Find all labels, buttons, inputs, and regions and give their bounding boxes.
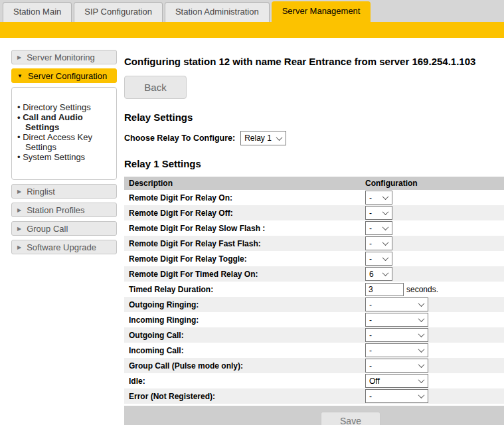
relay1-settings-heading: Relay 1 Settings <box>124 158 504 169</box>
sidebar-item-label: Software Upgrade <box>27 242 96 252</box>
choose-relay-select[interactable]: Relay 1 <box>240 131 286 145</box>
chevron-down-icon <box>418 346 425 353</box>
sidebar-item-station-profiles[interactable]: ▶ Station Profiles <box>11 203 117 217</box>
chevron-down-icon: ▼ <box>17 73 23 79</box>
sidebar: ▶ Server Monitoring ▼ Server Configurati… <box>11 50 117 425</box>
table-row: Error (Not Registered): - <box>124 388 504 404</box>
chevron-down-icon <box>418 331 425 337</box>
remote-digit-slow-flash-select[interactable]: - <box>365 221 392 235</box>
remote-digit-relay-on-select[interactable]: - <box>365 191 392 205</box>
duration-suffix-label: seconds. <box>406 285 438 294</box>
main-content: Configuring station 12 with name Rear En… <box>124 47 504 425</box>
submenu-item-direct-access-key-settings[interactable]: • Direct Access Key Settings <box>17 132 114 152</box>
tab-station-administration[interactable]: Station Administration <box>165 2 270 22</box>
table-header-row: Description Configuration <box>124 177 504 190</box>
relay-config-table: Description Configuration Remote Digit F… <box>124 177 504 425</box>
incoming-call-select[interactable]: - <box>365 343 428 357</box>
timed-relay-duration-input[interactable] <box>365 283 404 296</box>
table-row: Incoming Ringing: - <box>124 312 504 327</box>
table-row: Timed Relay Duration: seconds. <box>124 282 504 297</box>
chevron-down-icon <box>382 254 389 261</box>
chevron-right-icon: ▶ <box>17 207 21 213</box>
accent-bar <box>0 22 504 38</box>
sidebar-item-label: Ringlist <box>27 187 55 197</box>
relay-settings-heading: Relay Settings <box>124 112 504 123</box>
bullet-icon: • <box>17 152 21 162</box>
chevron-down-icon <box>418 300 425 307</box>
description-header: Description <box>124 179 360 188</box>
tab-station-main[interactable]: Station Main <box>3 2 72 22</box>
bullet-icon: • <box>17 132 21 142</box>
chevron-down-icon <box>418 315 425 322</box>
outgoing-call-select[interactable]: - <box>365 328 428 342</box>
table-row: Remote Digit For Relay Fast Flash: - <box>124 236 504 251</box>
chevron-down-icon <box>418 361 425 368</box>
sidebar-item-label: Group Call <box>27 224 68 234</box>
remote-digit-fast-flash-select[interactable]: - <box>365 236 392 250</box>
configuration-header: Configuration <box>360 179 504 188</box>
tab-server-management[interactable]: Server Management <box>272 1 371 22</box>
sidebar-item-software-upgrade[interactable]: ▶ Software Upgrade <box>11 240 117 254</box>
group-call-select[interactable]: - <box>365 359 428 373</box>
bullet-icon: • <box>17 112 21 122</box>
chevron-right-icon: ▶ <box>17 54 21 60</box>
remote-digit-relay-off-select[interactable]: - <box>365 206 392 220</box>
table-row: Outgoing Ringing: - <box>124 297 504 312</box>
sidebar-item-label: Server Configuration <box>28 71 107 81</box>
chevron-down-icon <box>382 224 389 230</box>
table-row: Incoming Call: - <box>124 343 504 358</box>
bullet-icon: • <box>17 102 21 112</box>
chevron-down-icon <box>382 270 389 276</box>
remote-digit-relay-toggle-select[interactable]: - <box>365 252 392 266</box>
sidebar-item-label: Station Profiles <box>27 205 84 215</box>
chevron-down-icon <box>276 134 283 141</box>
submenu-item-directory-settings[interactable]: • Directory Settings <box>17 102 114 112</box>
table-row: Remote Digit For Relay Off: - <box>124 205 504 220</box>
back-button[interactable]: Back <box>124 76 187 99</box>
submenu-item-system-settings[interactable]: • System Settings <box>17 152 114 162</box>
table-row: Outgoing Call: - <box>124 327 504 343</box>
table-row: Remote Digit For Relay On: - <box>124 190 504 205</box>
chevron-down-icon <box>418 377 425 383</box>
chevron-down-icon <box>418 392 425 398</box>
chevron-right-icon: ▶ <box>17 244 21 250</box>
remote-digit-timed-relay-on-select[interactable]: 6 <box>365 267 392 281</box>
submenu-item-call-and-audio-settings[interactable]: • Call and Audio Settings <box>17 112 114 132</box>
tab-sip-configuration[interactable]: SIP Configuration <box>74 2 163 22</box>
chevron-down-icon <box>382 239 389 246</box>
sidebar-item-server-configuration[interactable]: ▼ Server Configuration <box>11 68 117 83</box>
tab-bar: Station Main SIP Configuration Station A… <box>0 0 504 22</box>
chevron-down-icon <box>382 193 389 200</box>
save-button[interactable]: Save <box>321 412 380 425</box>
error-not-registered-select[interactable]: - <box>365 389 428 403</box>
sidebar-item-label: Server Monitoring <box>27 52 95 62</box>
chevron-right-icon: ▶ <box>17 189 21 195</box>
table-row: Remote Digit For Relay Slow Flash : - <box>124 220 504 236</box>
server-configuration-submenu: • Directory Settings • Call and Audio Se… <box>11 87 117 180</box>
table-row: Idle: Off <box>124 373 504 388</box>
chevron-right-icon: ▶ <box>17 226 21 232</box>
idle-select[interactable]: Off <box>365 374 428 388</box>
table-row: Group Call (Pulse mode only): - <box>124 358 504 373</box>
table-row: Remote Digit For Timed Relay On: 6 <box>124 266 504 282</box>
choose-relay-label: Choose Relay To Configure: <box>124 133 235 143</box>
outgoing-ringing-select[interactable]: - <box>365 298 428 311</box>
page-title: Configuring station 12 with name Rear En… <box>124 56 504 67</box>
table-row: Remote Digit For Relay Toggle: - <box>124 251 504 266</box>
chevron-down-icon <box>382 209 389 215</box>
incoming-ringing-select[interactable]: - <box>365 313 428 327</box>
sidebar-item-group-call[interactable]: ▶ Group Call <box>11 221 117 236</box>
sidebar-item-ringlist[interactable]: ▶ Ringlist <box>11 184 117 199</box>
table-footer: Save <box>124 406 504 425</box>
sidebar-item-server-monitoring[interactable]: ▶ Server Monitoring <box>11 50 117 64</box>
